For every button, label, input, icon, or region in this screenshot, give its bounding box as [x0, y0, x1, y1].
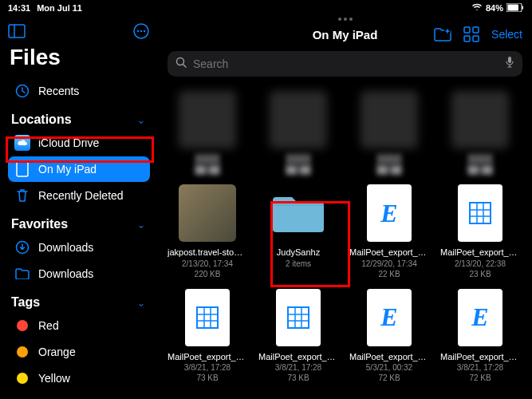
document-icon	[276, 289, 321, 346]
svg-rect-15	[464, 36, 470, 41]
status-time: 14:31	[8, 3, 30, 13]
sidebar-toggle-button[interactable]	[8, 22, 26, 40]
sidebar-item-on-my-ipad[interactable]: On My iPad	[8, 156, 150, 182]
tag-dot-icon	[14, 344, 30, 360]
file-item-doc[interactable]: E MailPoet_export_1fqfiv...iv48f 12/29/2…	[349, 184, 429, 279]
sidebar-item-recently-deleted[interactable]: Recently Deleted	[8, 183, 150, 208]
sidebar-section-favorites[interactable]: Favorites ⌃	[8, 209, 150, 235]
svg-rect-14	[473, 27, 479, 33]
status-bar: 14:31 Mon Jul 11 84%	[0, 0, 532, 16]
sidebar-item-recents[interactable]: Recents	[8, 78, 150, 104]
svg-rect-2	[522, 6, 524, 9]
trash-icon	[14, 188, 30, 203]
sidebar-item-label: Orange	[38, 346, 76, 358]
svg-line-18	[183, 65, 187, 68]
svg-rect-20	[470, 203, 491, 223]
file-item-image[interactable]: jakpost.travel-stone-i...53335 2/13/20, …	[167, 184, 247, 279]
ipad-icon	[14, 161, 30, 177]
sidebar-tag-orange[interactable]: Orange	[8, 339, 150, 365]
clock-icon	[14, 83, 30, 99]
file-grid: ██████ ██ ██████ ██ ██████ ██ ██████ ██ …	[158, 85, 532, 399]
download-icon	[14, 239, 30, 255]
search-input[interactable]	[193, 57, 499, 70]
svg-rect-30	[288, 307, 309, 328]
battery-percent: 84%	[486, 3, 503, 13]
file-item[interactable]: ██████ ██	[258, 91, 338, 175]
chevron-down-icon: ⌃	[137, 114, 145, 125]
sidebar-item-icloud[interactable]: iCloud Drive	[8, 130, 150, 156]
sidebar-item-label: Recently Deleted	[38, 189, 124, 202]
sidebar-item-label: Recents	[38, 85, 79, 97]
sidebar-item-label: Yellow	[38, 372, 70, 385]
grab-handle[interactable]	[158, 16, 532, 22]
battery-icon	[506, 3, 524, 14]
svg-rect-3	[9, 25, 25, 38]
mic-icon[interactable]	[505, 56, 514, 72]
sidebar-tag-yellow[interactable]: Yellow	[8, 365, 150, 391]
document-icon: E	[367, 289, 412, 346]
file-item[interactable]: ██████ ██	[440, 91, 520, 175]
svg-rect-25	[197, 307, 218, 328]
document-icon	[458, 184, 502, 242]
svg-rect-16	[473, 36, 479, 41]
svg-rect-19	[508, 57, 511, 63]
file-item-doc[interactable]: MailPoet_export_2d9i...pw4g0 2/13/20, 22…	[440, 184, 520, 279]
document-icon	[185, 289, 230, 346]
folder-icon	[270, 184, 327, 242]
svg-point-6	[137, 30, 139, 32]
toolbar: On My iPad Select	[158, 22, 532, 48]
tag-dot-icon	[14, 370, 30, 386]
svg-rect-10	[17, 162, 28, 176]
chevron-down-icon: ⌃	[137, 219, 145, 230]
more-options-button[interactable]	[132, 22, 150, 40]
page-title: On My iPad	[313, 28, 378, 41]
status-date: Mon Jul 11	[37, 3, 82, 13]
sidebar-item-label: On My iPad	[38, 163, 97, 176]
svg-rect-1	[508, 4, 519, 10]
svg-point-7	[140, 30, 142, 32]
chevron-down-icon: ⌃	[137, 297, 145, 308]
content-area: On My iPad Select ██████ ██	[158, 16, 532, 399]
image-thumbnail	[179, 184, 236, 242]
file-item-doc[interactable]: E MailPoet_export_4ayr...r0ock 5/3/21, 0…	[349, 289, 429, 383]
icloud-icon	[14, 135, 30, 151]
sidebar-item-label: Red	[38, 319, 59, 332]
sidebar-item-downloads-1[interactable]: Downloads	[8, 235, 150, 260]
sidebar-item-label: iCloud Drive	[38, 136, 99, 149]
wifi-icon	[471, 3, 483, 13]
file-item[interactable]: ██████ ██	[349, 91, 429, 175]
select-button[interactable]: Select	[491, 28, 522, 41]
folder-icon	[14, 266, 30, 282]
search-bar[interactable]	[167, 51, 522, 77]
document-icon: E	[367, 184, 412, 242]
sidebar-tag-green[interactable]: Green	[8, 392, 150, 399]
search-icon	[175, 57, 187, 71]
file-item-folder[interactable]: JudySanhz 2 items	[258, 184, 338, 279]
file-item-doc[interactable]: MailPoet_export_3ymh...804w 3/8/21, 17:2…	[258, 289, 338, 383]
sidebar-item-label: Downloads	[38, 267, 93, 280]
sidebar-tag-red[interactable]: Red	[8, 313, 150, 338]
sidebar: Files Recents Locations ⌃ iCloud Drive O…	[0, 16, 158, 399]
file-item-doc[interactable]: MailPoet_export_3ddli...80wu 3/8/21, 17:…	[167, 289, 247, 383]
file-item[interactable]: ██████ ██	[167, 91, 247, 175]
app-title: Files	[8, 45, 150, 70]
sidebar-item-label: Downloads	[38, 241, 93, 254]
svg-rect-13	[464, 27, 470, 33]
new-folder-button[interactable]	[434, 26, 451, 43]
file-item-doc[interactable]: E MailPoet_export_491ch...pksk4 3/8/21, …	[440, 289, 520, 383]
sidebar-section-tags[interactable]: Tags ⌃	[8, 287, 150, 313]
svg-point-8	[144, 30, 145, 32]
sidebar-item-downloads-2[interactable]: Downloads	[8, 261, 150, 286]
document-icon: E	[458, 289, 502, 346]
view-mode-button[interactable]	[463, 26, 480, 43]
tag-dot-icon	[14, 318, 30, 334]
sidebar-section-locations[interactable]: Locations ⌃	[8, 105, 150, 130]
